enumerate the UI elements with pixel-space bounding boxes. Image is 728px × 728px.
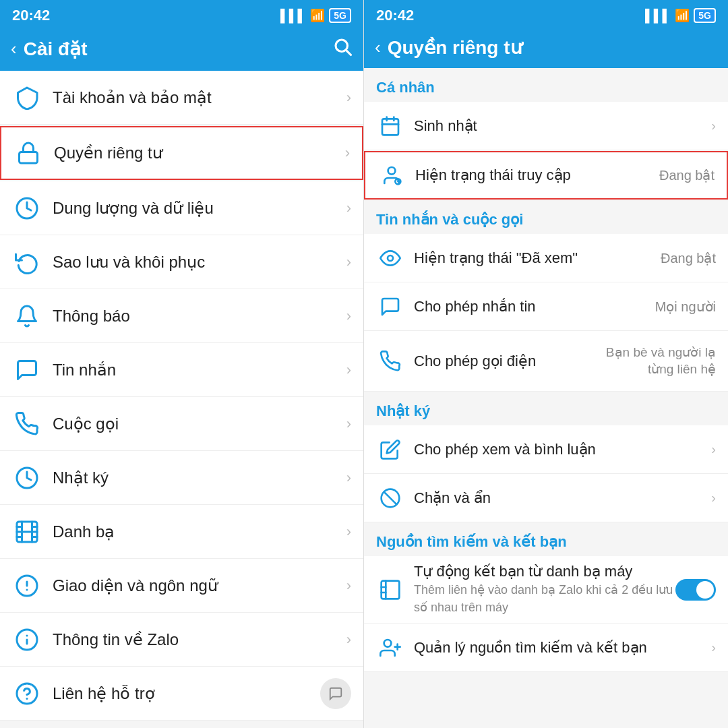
dung-luong-arrow: › (346, 200, 351, 217)
privacy-item-goi-dien[interactable]: Cho phép gọi điện Bạn bè và người lạ từn… (364, 331, 728, 392)
svg-rect-2 (20, 152, 38, 164)
quyen-rieng-tu-label: Quyền riêng tư (54, 144, 345, 162)
svg-line-31 (384, 491, 397, 504)
section-nguon-tim-kiem: Nguồn tìm kiếm và kết bạn Tự động kết bạ… (364, 522, 728, 672)
left-search-icon[interactable] (332, 36, 353, 61)
svg-rect-32 (382, 580, 400, 599)
hien-trang-label: Hiện trạng thái truy cập (415, 166, 659, 184)
block-icon (376, 484, 404, 512)
left-status-icons: ▌▌▌ 📶 5G (280, 8, 351, 23)
right-status-bar: 20:42 ▌▌▌ 📶 5G (364, 0, 728, 30)
privacy-item-xem-binh-luan[interactable]: Cho phép xem và bình luận › (364, 425, 728, 474)
svg-rect-21 (382, 119, 398, 135)
nhat-ky-label: Nhật ký (53, 468, 346, 487)
lock-icon (13, 138, 43, 168)
history-icon (12, 463, 42, 493)
da-xem-label: Hiện trạng thái "Đã xem" (414, 249, 661, 267)
settings-item-thong-bao[interactable]: Thông báo › (0, 289, 363, 343)
settings-item-sao-luu[interactable]: Sao lưu và khôi phục › (0, 235, 363, 289)
tin-nhan-arrow: › (346, 361, 351, 379)
lien-he-label: Liên hệ hỗ trợ (53, 684, 320, 703)
privacy-list: Cá nhân Sinh nhật › (364, 68, 728, 728)
privacy-item-sinh-nhat[interactable]: Sinh nhật › (364, 102, 728, 150)
settings-item-cuoc-goi[interactable]: Cuộc gọi › (0, 397, 363, 451)
user-clock-icon (377, 161, 406, 189)
right-signal-bars-icon: ▌▌▌ (645, 9, 671, 23)
tai-khoan-arrow: › (346, 89, 351, 107)
privacy-item-hien-trang[interactable]: Hiện trạng thái truy cập Đang bật (364, 151, 728, 200)
nguon-tim-kiem-header: Nguồn tìm kiếm và kết bạn (364, 522, 728, 556)
settings-list: Tài khoản và bảo mật › Quyền riêng tư › (0, 71, 363, 728)
cuoc-goi-label: Cuộc gọi (53, 415, 346, 433)
goi-dien-label: Cho phép gọi điện (414, 353, 595, 370)
nhat-ky-arrow: › (346, 469, 351, 487)
privacy-item-tu-dong-ket-ban[interactable]: Tự động kết bạn từ danh bạ máy Thêm liên… (364, 556, 728, 624)
settings-item-thong-tin[interactable]: Thông tin về Zalo › (0, 613, 363, 667)
left-back-button[interactable]: ‹ (11, 38, 17, 59)
info-icon (12, 625, 42, 655)
refresh-icon (12, 247, 42, 277)
settings-item-nhat-ky[interactable]: Nhật ký › (0, 451, 363, 505)
ca-nhan-header: Cá nhân (364, 68, 728, 102)
settings-item-tai-khoan[interactable]: Tài khoản và bảo mật › (0, 71, 363, 125)
sao-luu-arrow: › (346, 253, 351, 271)
thong-bao-label: Thông báo (53, 307, 346, 326)
settings-item-danh-ba[interactable]: Danh bạ › (0, 505, 363, 559)
svg-point-29 (388, 255, 393, 261)
tu-dong-text-block: Tự động kết bạn từ danh bạ máy Thêm liên… (414, 563, 675, 615)
thong-bao-arrow: › (346, 307, 351, 325)
privacy-item-nhan-tin[interactable]: Cho phép nhắn tin Mọi người (364, 282, 728, 331)
right-time: 20:42 (376, 7, 414, 24)
right-status-icons: ▌▌▌ 📶 5G (645, 8, 716, 23)
privacy-item-da-xem[interactable]: Hiện trạng thái "Đã xem" Đang bật (364, 234, 728, 282)
tin-nhan-cuoc-goi-header: Tin nhắn và cuộc gọi (364, 200, 728, 234)
shield-icon (12, 83, 42, 113)
da-xem-value: Đang bật (661, 249, 716, 267)
privacy-item-chan-an[interactable]: Chặn và ẩn › (364, 474, 728, 522)
goi-dien-value: Bạn bè và người lạ từng liên hệ (595, 344, 716, 377)
svg-point-36 (384, 640, 392, 647)
chan-an-arrow: › (711, 490, 716, 506)
section-nhat-ky: Nhật ký Cho phép xem và bình luận › (364, 392, 728, 522)
danh-ba-label: Danh bạ (53, 522, 346, 541)
hien-trang-value: Đang bật (659, 166, 715, 184)
tai-khoan-label: Tài khoản và bảo mật (53, 88, 346, 107)
right-header-title: Quyền riêng tư (388, 36, 717, 59)
sinh-nhat-label: Sinh nhật (414, 117, 706, 135)
quan-ly-arrow: › (711, 640, 716, 655)
tu-dong-label: Tự động kết bạn từ danh bạ máy (414, 563, 675, 580)
thong-tin-label: Thông tin về Zalo (53, 630, 346, 649)
settings-item-quyen-rieng-tu[interactable]: Quyền riêng tư › (0, 126, 363, 180)
calendar-icon (376, 112, 404, 140)
right-back-button[interactable]: ‹ (375, 37, 381, 58)
contacts-icon (12, 517, 42, 547)
quan-ly-label: Quản lý nguồn tìm kiếm và kết bạn (414, 639, 706, 657)
sinh-nhat-arrow: › (711, 118, 716, 133)
cuoc-goi-arrow: › (346, 415, 351, 433)
right-header: ‹ Quyền riêng tư (364, 30, 728, 68)
group-add-icon (376, 634, 404, 662)
left-panel: 20:42 ▌▌▌ 📶 5G ‹ Cài đặt Tài khoản và bả… (0, 0, 364, 728)
right-panel: 20:42 ▌▌▌ 📶 5G ‹ Quyền riêng tư Cá nhân (364, 0, 728, 728)
left-status-bar: 20:42 ▌▌▌ 📶 5G (0, 0, 363, 30)
settings-item-lien-he[interactable]: Liên hệ hỗ trợ (0, 667, 363, 721)
right-network-badge: 5G (694, 8, 716, 23)
settings-item-dung-luong[interactable]: Dung lượng và dữ liệu › (0, 181, 363, 235)
sao-luu-label: Sao lưu và khôi phục (53, 253, 346, 272)
palette-icon (12, 571, 42, 601)
contacts2-icon (376, 576, 404, 604)
settings-item-tin-nhan[interactable]: Tin nhắn › (0, 343, 363, 397)
giao-dien-arrow: › (346, 577, 351, 595)
tu-dong-toggle[interactable] (675, 579, 716, 601)
privacy-item-quan-ly[interactable]: Quản lý nguồn tìm kiếm và kết bạn › (364, 624, 728, 672)
settings-item-giao-dien[interactable]: Giao diện và ngôn ngữ › (0, 559, 363, 613)
quyen-rieng-tu-arrow: › (345, 144, 350, 162)
nhan-tin-value: Mọi người (655, 298, 716, 315)
left-time: 20:42 (12, 7, 50, 24)
tin-nhan-label: Tin nhắn (53, 361, 346, 380)
giao-dien-label: Giao diện và ngôn ngữ (53, 576, 346, 595)
chan-an-label: Chặn và ẩn (414, 489, 706, 507)
thong-tin-arrow: › (346, 631, 351, 648)
xem-binh-luan-label: Cho phép xem và bình luận (414, 441, 706, 458)
danh-ba-arrow: › (346, 523, 351, 541)
